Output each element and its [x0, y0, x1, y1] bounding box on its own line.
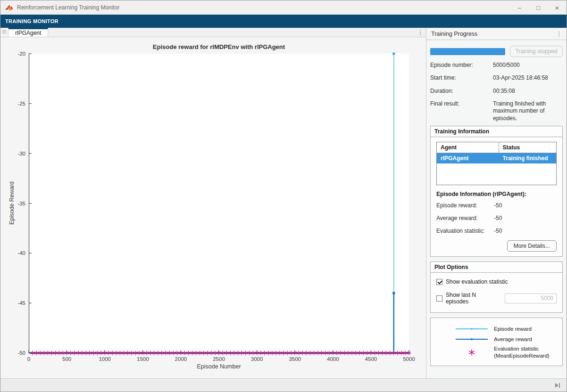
legend-label: Average reward	[494, 336, 532, 343]
field-value: 5000/5000	[493, 62, 563, 69]
average-reward-line-icon	[452, 335, 491, 343]
training-progress-bar	[430, 48, 505, 55]
window-title: Reinforcement Learning Training Monitor	[17, 4, 510, 11]
panel-header: Training Progress ⋮	[426, 28, 567, 40]
duration-row: Duration: 00:35:08	[430, 88, 563, 95]
episode-information-title: Episode Information (rlPGAgent):	[436, 191, 557, 197]
x-tick-label: 4500	[365, 356, 377, 362]
field-value: 03-Apr-2025 18:46:58	[493, 74, 563, 82]
app-window: Reinforcement Learning Training Monitor …	[0, 0, 567, 392]
show-evaluation-statistic-checkbox[interactable]	[436, 279, 442, 285]
y-tick-label: -45	[17, 300, 25, 306]
table-header-row: Agent Status	[437, 142, 556, 153]
field-value: 00:35:08	[493, 88, 563, 95]
y-tick-label: -20	[17, 51, 25, 57]
legend-entry-evaluation-statistic: Evaluation statistic (MeanEpisodeReward)	[452, 345, 562, 359]
field-value: Training finished with maximum number of…	[493, 100, 563, 122]
tab-spacer	[48, 28, 415, 37]
legend-entry-episode-reward: Episode reward	[452, 325, 562, 333]
progress-fill	[430, 48, 505, 55]
evaluation-statistic-asterisk-icon	[452, 348, 491, 357]
expand-panel-icon[interactable]	[554, 383, 561, 388]
episode-reward-line-icon	[452, 325, 491, 333]
y-tick-label: -30	[17, 151, 25, 156]
chart-legend: Episode reward Average reward Evaluation…	[430, 318, 563, 366]
episode-reward-stat: Episode reward: -50	[436, 202, 557, 209]
field-label: Final result:	[430, 100, 493, 122]
panel-title: Training Progress	[431, 31, 553, 37]
document-options-kebab-icon[interactable]: ⋮	[415, 28, 426, 37]
card-title: Plot Options	[431, 262, 562, 273]
last-n-episodes-input[interactable]	[505, 294, 557, 303]
training-stopped-button[interactable]: Training stopped	[510, 46, 563, 57]
agent-cell: rlPGAgent	[437, 153, 499, 163]
show-evaluation-statistic-option: Show evaluation statistic	[436, 278, 557, 285]
card-title: Training Information	[431, 126, 562, 137]
bottom-status-strip	[0, 378, 567, 392]
document-grip-button[interactable]	[0, 28, 8, 37]
checkbox-label: Show last N episodes	[446, 292, 499, 305]
column-header-status[interactable]: Status	[499, 142, 556, 153]
stat-value: -50	[494, 228, 502, 234]
y-tick-label: -25	[17, 101, 25, 106]
episode-number-row: Episode number: 5000/5000	[430, 62, 563, 69]
title-bar: Reinforcement Learning Training Monitor …	[0, 0, 567, 15]
episode-reward-marker	[392, 53, 395, 55]
x-tick-label: 3500	[289, 356, 301, 362]
field-label: Duration:	[430, 88, 493, 95]
final-result-row: Final result: Training finished with max…	[430, 100, 563, 122]
matlab-logo-icon	[5, 4, 13, 11]
y-axis-label: Episode Reward	[8, 181, 15, 225]
y-tick-label: -50	[17, 350, 25, 356]
y-tick-label: -40	[17, 250, 25, 256]
x-axis-label: Episode Number	[197, 363, 241, 370]
panel-options-kebab-icon[interactable]: ⋮	[553, 30, 565, 37]
stat-value: -50	[494, 202, 502, 209]
plot-background	[29, 54, 409, 353]
show-last-n-episodes-checkbox[interactable]	[436, 295, 442, 302]
status-cell: Training finished	[499, 153, 556, 163]
legend-entry-average-reward: Average reward	[452, 335, 562, 343]
x-tick-label: 5000	[403, 356, 415, 362]
more-details-button[interactable]: More Details...	[507, 240, 557, 252]
y-tick-label: -35	[17, 201, 25, 206]
tab-rlpgagent[interactable]: rlPGAgent	[8, 28, 48, 37]
field-label: Episode number:	[430, 62, 493, 69]
column-header-agent[interactable]: Agent	[437, 142, 499, 153]
panel-body: Training stopped Episode number: 5000/50…	[426, 40, 567, 378]
x-tick-label: 3000	[251, 356, 263, 362]
grip-lines-icon	[2, 30, 6, 34]
stat-label: Episode reward:	[436, 202, 494, 209]
chart-canvas: Episode reward for rlMDPEnv with rlPGAge…	[0, 37, 426, 378]
x-tick-label: 500	[62, 356, 71, 362]
field-label: Start time:	[430, 74, 493, 82]
table-row[interactable]: rlPGAgent Training finished	[437, 153, 556, 163]
document-area: rlPGAgent ⋮ Episode reward for rlMDPEnv …	[0, 28, 426, 378]
legend-label: Evaluation statistic (MeanEpisodeReward)	[494, 345, 550, 359]
episode-reward-chart: Episode reward for rlMDPEnv with rlPGAge…	[0, 37, 426, 376]
document-tab-bar: rlPGAgent ⋮	[0, 28, 426, 37]
x-tick-label: 1000	[99, 356, 111, 362]
agent-status-table: Agent Status rlPGAgent Training finished	[436, 142, 557, 185]
stat-label: Average reward:	[436, 215, 494, 221]
start-time-row: Start time: 03-Apr-2025 18:46:58	[430, 74, 563, 82]
window-controls: – □ ×	[510, 0, 567, 15]
plot-options-card: Plot Options Show evaluation statistic S…	[430, 261, 563, 313]
average-reward-marker	[392, 292, 395, 294]
show-last-n-episodes-option: Show last N episodes	[436, 292, 557, 305]
training-information-card: Training Information Agent Status rlPGAg…	[430, 126, 563, 257]
x-tick-label: 2000	[175, 356, 187, 362]
x-tick-label: 1500	[137, 356, 149, 362]
legend-label: Episode reward	[494, 326, 532, 332]
toolstrip-tab-training-monitor[interactable]: TRAINING MONITOR	[5, 18, 58, 24]
maximize-button[interactable]: □	[529, 0, 548, 15]
x-tick-label: 4000	[327, 356, 339, 362]
minimize-button[interactable]: –	[510, 0, 529, 15]
toolstrip-banner: TRAINING MONITOR	[0, 15, 567, 28]
close-button[interactable]: ×	[548, 0, 567, 15]
training-progress-panel: Training Progress ⋮ Training stopped Epi…	[426, 28, 567, 378]
tab-label: rlPGAgent	[15, 30, 41, 36]
chart-title: Episode reward for rlMDPEnv with rlPGAge…	[153, 43, 285, 50]
evaluation-statistic-stat: Evaluation statistic: -50	[436, 228, 557, 234]
average-reward-stat: Average reward: -50	[436, 215, 557, 221]
